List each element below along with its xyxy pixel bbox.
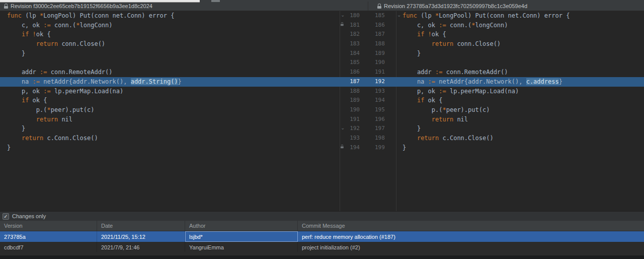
fold-chevron-icon[interactable]: ⌄ — [341, 125, 345, 131]
version-cell: 273785a — [0, 231, 97, 242]
diff-row: p, ok := lp.peerMap.Load(na)188193 p, ok… — [0, 87, 644, 96]
left-line-number: 193 — [340, 134, 368, 143]
left-code-line: na := netAddr{addr.Network(), addr.Strin… — [0, 77, 340, 87]
history-panel: Version Date Author Commit Message 27378… — [0, 221, 644, 252]
left-code-line: p, ok := lp.peerMap.Load(na) — [0, 87, 340, 96]
date-cell: 2021/7/9, 21:46 — [97, 242, 185, 252]
diff-row: if !ok {182187 if !ok { — [0, 30, 644, 39]
left-line-number: 185 — [340, 58, 368, 68]
right-pane-header: Revision 273785a73d3d1923fc702509997b8c1… — [368, 2, 644, 11]
fold-chevron-icon[interactable]: ⌄ — [341, 13, 345, 18]
left-line-number: 189 — [340, 96, 368, 105]
diff-row: na := netAddr{addr.Network(), addr.Strin… — [0, 77, 644, 87]
diff-editor[interactable]: func (lp *LongPool) Put(conn net.Conn) e… — [0, 11, 644, 211]
left-code-line: if ok { — [0, 96, 340, 105]
history-row[interactable]: 273785a2021/11/25, 15:12lsjbd*perf: redu… — [0, 231, 644, 242]
right-code-line: return conn.Close() — [396, 39, 644, 49]
diff-row: return conn.Close()183188 return conn.Cl… — [0, 39, 644, 49]
diff-row: if ok {189194 if ok { — [0, 96, 644, 105]
changes-only-checkbox[interactable]: ✓ — [3, 213, 9, 220]
lock-icon — [341, 22, 345, 28]
left-code-line: return nil — [0, 115, 340, 124]
version-cell: cdbcdf7 — [0, 242, 97, 252]
left-code-line: return c.Conn.Close() — [0, 134, 340, 143]
left-line-number: 191 — [340, 115, 368, 124]
diff-row: c, ok := conn.(*longConn)181186 c, ok :=… — [0, 21, 644, 30]
left-line-number: 186 — [340, 68, 368, 77]
right-code-line: } — [396, 143, 644, 153]
right-line-number: 190 — [368, 58, 396, 68]
right-line-number: 186 — [368, 21, 396, 30]
history-rows: 273785a2021/11/25, 15:12lsjbd*perf: redu… — [0, 231, 644, 252]
right-code-line: c, ok := conn.(*longConn) — [396, 21, 644, 30]
right-code-line: return c.Conn.Close() — [396, 134, 644, 143]
right-line-number: 199 — [368, 143, 396, 153]
table-empty-area — [0, 252, 644, 255]
diff-row: }192197 }⌄ — [0, 124, 644, 134]
commit-message-cell: project initialization (#2) — [298, 242, 644, 252]
diff-window: Revision f3000c2ee65ceb7b19152f6656b9a3e… — [0, 0, 644, 259]
right-code-line: func (lp *LongPool) Put(conn net.Conn) e… — [396, 11, 644, 21]
diff-row: return nil191196 return nil — [0, 115, 644, 124]
right-code-line: addr := conn.RemoteAddr() — [396, 68, 644, 77]
lock-icon — [341, 145, 345, 151]
left-code-line: if !ok { — [0, 30, 340, 39]
right-line-number: 188 — [368, 39, 396, 49]
lock-icon — [4, 4, 8, 9]
history-row[interactable]: cdbcdf72021/7/9, 21:46YangruiEmmaproject… — [0, 242, 644, 252]
diff-row: p.(*peer).put(c)190195 p.(*peer).put(c) — [0, 105, 644, 115]
diff-row: }194199} — [0, 143, 644, 153]
changes-only-label: Changes only — [12, 213, 46, 219]
author-cell: YangruiEmma — [185, 242, 298, 252]
left-code-line: c, ok := conn.(*longConn) — [0, 21, 340, 30]
diff-row: return c.Conn.Close()193198 return c.Con… — [0, 134, 644, 143]
right-line-number: 196 — [368, 115, 396, 124]
right-code-line: return nil — [396, 115, 644, 124]
left-line-number: 183 — [340, 39, 368, 49]
toolbar-button-fragment[interactable] — [211, 0, 220, 2]
right-code-line: p, ok := lp.peerMap.Load(na) — [396, 87, 644, 96]
lock-icon — [377, 4, 381, 9]
toolbar-field-fragment[interactable] — [0, 0, 200, 3]
left-code-line: func (lp *LongPool) Put(conn net.Conn) e… — [0, 11, 340, 21]
right-revision-label: Revision 273785a73d3d1923fc702509997b8c1… — [384, 3, 527, 9]
diff-row: addr := conn.RemoteAddr()186191 addr := … — [0, 68, 644, 77]
left-code-line: addr := conn.RemoteAddr() — [0, 68, 340, 77]
diff-rows: func (lp *LongPool) Put(conn net.Conn) e… — [0, 11, 644, 152]
date-cell: 2021/11/25, 15:12 — [97, 231, 185, 242]
left-line-number: 188 — [340, 87, 368, 96]
left-code-line: p.(*peer).put(c) — [0, 105, 340, 115]
right-line-number: 195 — [368, 105, 396, 115]
right-code-line: if !ok { — [396, 30, 644, 39]
column-header-author[interactable]: Author — [185, 221, 298, 231]
right-code-line: } — [396, 124, 644, 134]
commit-message-cell: perf: reduce memory allocation (#187) — [298, 231, 644, 242]
right-line-number: 197 — [368, 124, 396, 134]
right-line-number: 187 — [368, 30, 396, 39]
diff-row: func (lp *LongPool) Put(conn net.Conn) e… — [0, 11, 644, 21]
column-header-date[interactable]: Date — [97, 221, 185, 231]
column-header-message[interactable]: Commit Message — [298, 221, 644, 231]
diff-row: 185190 — [0, 58, 644, 68]
left-line-number: 184 — [340, 49, 368, 58]
right-code-line — [396, 58, 644, 68]
right-code-line: p.(*peer).put(c) — [396, 105, 644, 115]
left-code-line: } — [0, 124, 340, 134]
history-header-row: Version Date Author Commit Message — [0, 221, 644, 231]
left-line-number: 182 — [340, 30, 368, 39]
left-line-number: 187 — [340, 77, 368, 87]
right-line-number: 185 — [368, 11, 396, 21]
fold-chevron-icon[interactable]: ⌄ — [397, 13, 401, 18]
right-line-number: 191 — [368, 68, 396, 77]
right-code-line: if ok { — [396, 96, 644, 105]
column-header-version[interactable]: Version — [0, 221, 97, 231]
changes-only-bar: ✓ Changes only — [0, 211, 644, 221]
left-revision-label: Revision f3000c2ee65ceb7b19152f6656b9a3e… — [11, 3, 152, 9]
diff-row: }184189 } — [0, 49, 644, 58]
left-pane-header: Revision f3000c2ee65ceb7b19152f6656b9a3e… — [0, 2, 368, 11]
right-line-number: 198 — [368, 134, 396, 143]
right-line-number: 193 — [368, 87, 396, 96]
bottom-strip — [0, 255, 644, 259]
left-code-line — [0, 58, 340, 68]
right-code-line: na := netAddr{addr.Network(), c.address} — [396, 77, 644, 87]
